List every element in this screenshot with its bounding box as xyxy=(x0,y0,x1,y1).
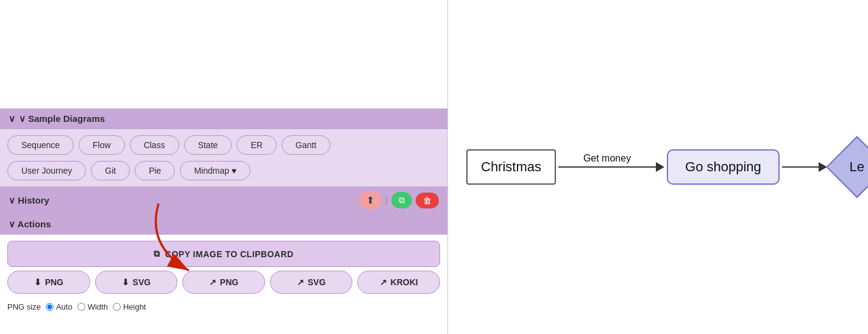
kroki-label: KROKI xyxy=(391,277,418,287)
btn-er[interactable]: ER xyxy=(237,135,276,155)
copy-icon: ⧉ xyxy=(154,249,160,259)
btn-git[interactable]: Git xyxy=(91,161,130,180)
radio-width-label[interactable]: Width xyxy=(77,302,108,311)
radio-auto-text: Auto xyxy=(56,302,73,311)
sample-diagrams-header[interactable]: ∨ ∨ Sample Diagrams xyxy=(0,108,447,129)
download-png-label: PNG xyxy=(45,277,63,287)
top-spacer xyxy=(0,0,447,108)
external-png-label: PNG xyxy=(220,277,238,287)
btn-class[interactable]: Class xyxy=(130,135,179,155)
copy-image-button[interactable]: ⧉ COPY IMAGE TO CLIPBOARD xyxy=(7,241,440,267)
history-controls: ⬆ | ⧉ 🗑 xyxy=(359,191,439,209)
btn-user-journey[interactable]: User Journey xyxy=(7,161,86,180)
go-shopping-node: Go shopping xyxy=(667,149,780,185)
history-upload-button[interactable]: ⬆ xyxy=(359,191,382,209)
radio-width-text: Width xyxy=(88,302,108,311)
external-svg-icon: ↗ xyxy=(297,277,304,287)
external-svg-button[interactable]: ↗ SVG xyxy=(270,271,353,294)
actions-header[interactable]: ∨ Actions xyxy=(0,214,447,235)
kroki-icon: ↗ xyxy=(380,277,387,287)
download-svg-button[interactable]: ⬇ SVG xyxy=(95,271,178,294)
get-money-label: Get money xyxy=(583,153,631,164)
btn-gantt[interactable]: Gantt xyxy=(282,135,330,155)
external-svg-label: SVG xyxy=(308,277,326,287)
download-png-icon: ⬇ xyxy=(34,277,41,287)
btn-flow[interactable]: Flow xyxy=(79,135,125,155)
right-panel: Christmas Get money Go shopping Le xyxy=(448,0,868,334)
radio-auto-label[interactable]: Auto xyxy=(46,302,73,311)
history-divider: | xyxy=(385,196,388,205)
btn-sequence[interactable]: Sequence xyxy=(7,135,74,155)
copy-image-label: COPY IMAGE TO CLIPBOARD xyxy=(165,249,294,259)
history-delete-button[interactable]: 🗑 xyxy=(416,193,439,208)
diagram-area: Christmas Get money Go shopping Le xyxy=(448,0,868,334)
png-size-label: PNG size xyxy=(7,302,41,311)
sample-diagrams-chevron: ∨ xyxy=(9,113,15,124)
arrow-head-1 xyxy=(656,162,664,172)
download-svg-label: SVG xyxy=(133,277,151,287)
diagram-buttons-row1: Sequence Flow Class State ER Gantt xyxy=(0,129,447,161)
btn-mindmap[interactable]: Mindmap ♥ xyxy=(180,161,251,180)
kroki-button[interactable]: ↗ KROKI xyxy=(357,271,440,294)
radio-auto[interactable] xyxy=(46,303,54,311)
external-png-icon: ↗ xyxy=(209,277,216,287)
radio-height-text: Height xyxy=(123,302,146,311)
external-png-button[interactable]: ↗ PNG xyxy=(182,271,265,294)
btn-state[interactable]: State xyxy=(184,135,232,155)
export-buttons-row: ⬇ PNG ⬇ SVG ↗ PNG ↗ SVG ↗ KROKI xyxy=(0,271,447,300)
diagram-buttons-row2: User Journey Git Pie Mindmap ♥ xyxy=(0,161,447,187)
christmas-node: Christmas xyxy=(466,149,556,185)
radio-height[interactable] xyxy=(113,303,121,311)
left-panel: ∨ ∨ Sample Diagrams Sequence Flow Class … xyxy=(0,0,448,334)
download-png-button[interactable]: ⬇ PNG xyxy=(7,271,90,294)
history-title: ∨ History xyxy=(9,195,49,206)
download-svg-icon: ⬇ xyxy=(122,277,129,287)
sample-diagrams-title: ∨ Sample Diagrams xyxy=(19,113,105,124)
diamond-label: Le xyxy=(850,159,864,175)
png-size-row: PNG size Auto Width Height xyxy=(0,300,447,314)
radio-width[interactable] xyxy=(77,303,85,311)
btn-pie[interactable]: Pie xyxy=(135,161,175,180)
history-copy-button[interactable]: ⧉ xyxy=(391,192,412,208)
history-section: ∨ History ⬆ | ⧉ 🗑 xyxy=(0,187,447,214)
radio-height-label[interactable]: Height xyxy=(113,302,146,311)
